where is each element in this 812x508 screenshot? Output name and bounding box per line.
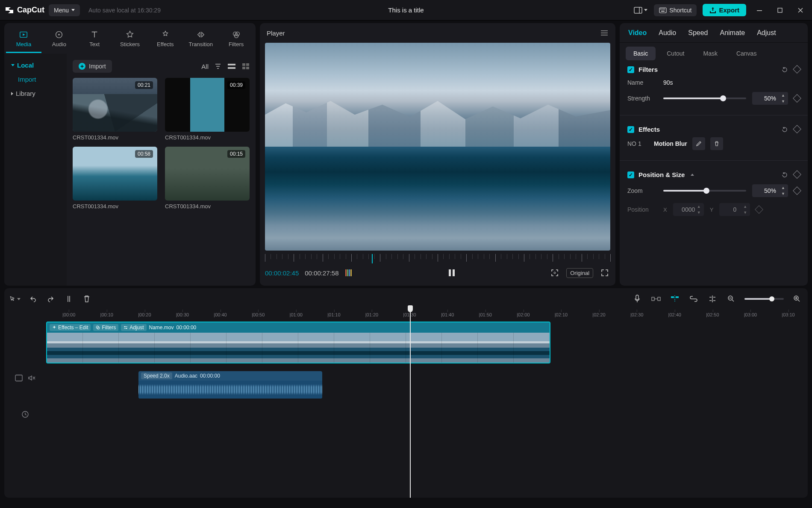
view-grid-icon[interactable] (242, 63, 250, 70)
stepper-down-icon[interactable]: ▼ (781, 99, 786, 103)
tool-tab-transition[interactable]: Transition (183, 27, 218, 53)
video-clip[interactable]: Effects – Edit Filters Adjust Name.mov 0… (46, 322, 550, 363)
keyframe-position[interactable] (755, 205, 763, 214)
stepper-up-icon[interactable]: ▲ (781, 186, 786, 190)
label: Name (627, 79, 657, 86)
checkbox-effects[interactable]: ✓ (627, 126, 634, 133)
reset-possize-button[interactable] (781, 171, 788, 178)
keyframe-strength[interactable] (793, 94, 801, 103)
layout-button[interactable] (633, 4, 648, 17)
inspector-tab-adjust[interactable]: Adjust (757, 25, 776, 41)
player-ruler-playhead[interactable] (372, 254, 373, 263)
tracks-area[interactable]: Effects – Edit Filters Adjust Name.mov 0… (46, 322, 803, 498)
add-track-button[interactable] (21, 411, 29, 418)
inspector-tab-speed[interactable]: Speed (688, 25, 708, 41)
inspector-tab-animate[interactable]: Animate (720, 25, 745, 41)
maximize-button[interactable] (773, 4, 787, 17)
magnet-button[interactable] (650, 293, 662, 304)
redo-button[interactable] (45, 293, 56, 304)
stepper-up-icon[interactable]: ▲ (697, 204, 702, 209)
view-list-icon[interactable] (227, 63, 236, 70)
keyframe-filters[interactable] (793, 65, 801, 74)
clip-tag-effects[interactable]: Effects – Edit (50, 324, 91, 331)
export-button[interactable]: Export (703, 4, 746, 16)
position-y-input[interactable]: 0 ▲▼ (719, 203, 750, 216)
checkbox-filters[interactable]: ✓ (627, 66, 634, 73)
ruler-tick: |02:20 (592, 312, 605, 317)
keyframe-possize[interactable] (793, 170, 801, 179)
sort-icon[interactable] (215, 63, 221, 70)
stepper-down-icon[interactable]: ▼ (743, 210, 748, 215)
clip-tag-adjust[interactable]: Adjust (121, 324, 146, 331)
mute-track-button[interactable] (28, 375, 35, 381)
media-item[interactable]: 00:15 CRST001334.mov (165, 147, 250, 210)
safe-zone-button[interactable] (549, 267, 560, 278)
zoom-out-button[interactable] (726, 293, 737, 304)
clip-tag-filters[interactable]: Filters (93, 324, 118, 331)
inspector-subtab-canvas[interactable]: Canvas (729, 47, 764, 60)
undo-button[interactable] (27, 293, 38, 304)
zoom-slider[interactable] (663, 190, 746, 192)
player-viewport[interactable] (265, 43, 610, 251)
media-item[interactable]: 00:39 CRST001334.mov (165, 78, 250, 141)
preview-axis-button[interactable] (707, 293, 718, 304)
shortcut-button[interactable]: Shortcut (654, 4, 697, 16)
strength-slider[interactable] (663, 97, 746, 99)
cover-set-button[interactable] (15, 375, 23, 381)
auto-snap-button[interactable] (669, 293, 680, 304)
tool-tab-stickers[interactable]: Stickers (112, 27, 148, 53)
tool-tab-filters[interactable]: Filters (218, 27, 254, 53)
stepper-down-icon[interactable]: ▼ (781, 192, 786, 196)
stepper-up-icon[interactable]: ▲ (781, 93, 786, 97)
play-pause-button[interactable] (446, 267, 457, 278)
keyframe-zoom[interactable] (793, 186, 801, 195)
sidebar-item-local[interactable]: Local (4, 58, 67, 72)
import-button[interactable]: + Import (73, 60, 112, 73)
split-button[interactable] (63, 293, 74, 304)
strength-input[interactable]: 50% ▲▼ (752, 92, 788, 105)
project-title[interactable]: This is a title (388, 6, 424, 14)
filter-all-label[interactable]: All (201, 63, 209, 70)
timeline-ruler[interactable]: |00:00|00:10|00:20|00:30|00:40|00:50|01:… (46, 310, 803, 322)
stepper-up-icon[interactable]: ▲ (743, 204, 748, 209)
delete-button[interactable] (81, 293, 92, 304)
inspector-tab-video[interactable]: Video (628, 25, 647, 41)
sidebar-item-import[interactable]: Import (4, 72, 67, 86)
fullscreen-button[interactable] (599, 267, 610, 278)
sidebar-item-library[interactable]: Library (4, 86, 67, 100)
scopes-icon[interactable] (345, 269, 354, 277)
link-button[interactable] (688, 293, 699, 304)
tool-tab-effects[interactable]: Effects (147, 27, 183, 53)
checkbox-possize[interactable]: ✓ (627, 171, 634, 178)
inspector-subtab-cutout[interactable]: Cutout (659, 47, 692, 60)
record-voiceover-button[interactable] (632, 293, 643, 304)
zoom-in-button[interactable] (791, 293, 803, 304)
player-mini-ruler[interactable] (265, 254, 610, 263)
inspector-subtab-basic[interactable]: Basic (626, 47, 656, 60)
media-item[interactable]: 00:21 CRST001334.mov (73, 78, 157, 141)
selection-tool[interactable] (9, 293, 21, 304)
inspector-tab-audio[interactable]: Audio (659, 25, 676, 41)
menu-button[interactable]: Menu (49, 4, 80, 16)
timeline-playhead[interactable] (410, 310, 411, 498)
delete-effect-button[interactable] (710, 137, 723, 150)
reset-filters-button[interactable] (781, 66, 788, 73)
minimize-button[interactable] (752, 4, 767, 17)
inspector-subtab-mask[interactable]: Mask (695, 47, 725, 60)
close-button[interactable] (793, 4, 808, 17)
aspect-ratio-button[interactable]: Original (566, 268, 593, 278)
edit-effect-button[interactable] (692, 137, 705, 150)
timeline-zoom-slider[interactable] (744, 298, 784, 300)
tool-tab-text[interactable]: Text (77, 27, 112, 53)
stepper-down-icon[interactable]: ▼ (697, 210, 702, 215)
zoom-input[interactable]: 50% ▲▼ (752, 184, 788, 197)
reset-effects-button[interactable] (781, 126, 788, 133)
player-options-button[interactable] (600, 30, 609, 36)
tool-tab-media[interactable]: Media (6, 27, 41, 53)
audio-clip[interactable]: Speed 2.0x Audio.aac 00:00:00 (138, 371, 322, 399)
caret-up-icon[interactable] (691, 174, 694, 176)
tool-tab-audio[interactable]: Audio (41, 27, 77, 53)
position-x-input[interactable]: 0000 ▲▼ (673, 203, 704, 216)
media-item[interactable]: 00:58 CRST001334.mov (73, 147, 157, 210)
keyframe-effects[interactable] (793, 125, 801, 133)
